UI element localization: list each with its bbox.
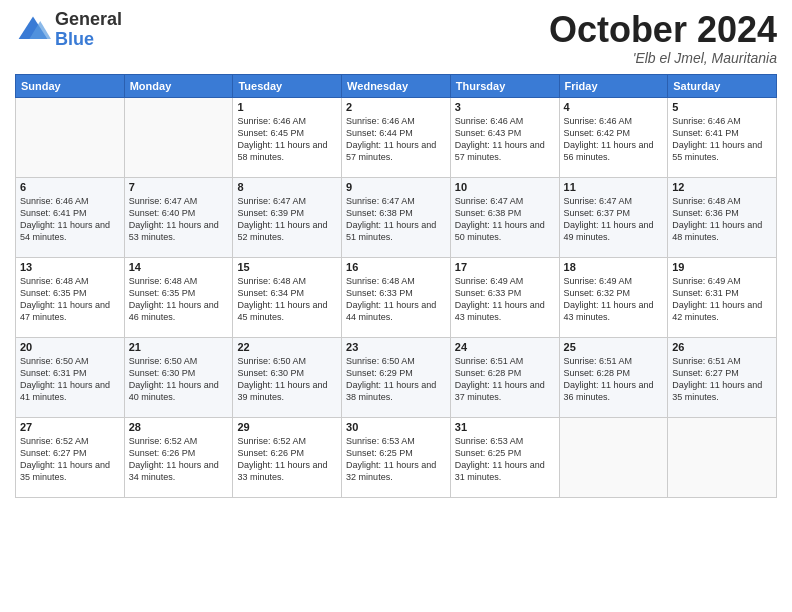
- col-header-friday: Friday: [559, 74, 668, 97]
- day-info: Sunrise: 6:49 AM Sunset: 6:33 PM Dayligh…: [455, 275, 555, 324]
- day-info: Sunrise: 6:46 AM Sunset: 6:41 PM Dayligh…: [672, 115, 772, 164]
- col-header-sunday: Sunday: [16, 74, 125, 97]
- day-info: Sunrise: 6:50 AM Sunset: 6:31 PM Dayligh…: [20, 355, 120, 404]
- day-info: Sunrise: 6:48 AM Sunset: 6:35 PM Dayligh…: [20, 275, 120, 324]
- calendar-cell: 3Sunrise: 6:46 AM Sunset: 6:43 PM Daylig…: [450, 97, 559, 177]
- day-number: 9: [346, 181, 446, 193]
- day-info: Sunrise: 6:47 AM Sunset: 6:39 PM Dayligh…: [237, 195, 337, 244]
- calendar-cell: 4Sunrise: 6:46 AM Sunset: 6:42 PM Daylig…: [559, 97, 668, 177]
- calendar-table: SundayMondayTuesdayWednesdayThursdayFrid…: [15, 74, 777, 498]
- page: General Blue October 2024 'Elb el Jmel, …: [0, 0, 792, 612]
- col-header-thursday: Thursday: [450, 74, 559, 97]
- calendar-cell: [559, 417, 668, 497]
- calendar-cell: 23Sunrise: 6:50 AM Sunset: 6:29 PM Dayli…: [342, 337, 451, 417]
- day-number: 21: [129, 341, 229, 353]
- calendar-cell: 20Sunrise: 6:50 AM Sunset: 6:31 PM Dayli…: [16, 337, 125, 417]
- logo-icon: [15, 12, 51, 48]
- day-info: Sunrise: 6:46 AM Sunset: 6:42 PM Dayligh…: [564, 115, 664, 164]
- day-info: Sunrise: 6:48 AM Sunset: 6:34 PM Dayligh…: [237, 275, 337, 324]
- calendar-cell: 15Sunrise: 6:48 AM Sunset: 6:34 PM Dayli…: [233, 257, 342, 337]
- day-info: Sunrise: 6:50 AM Sunset: 6:30 PM Dayligh…: [237, 355, 337, 404]
- day-info: Sunrise: 6:48 AM Sunset: 6:35 PM Dayligh…: [129, 275, 229, 324]
- calendar-cell: [16, 97, 125, 177]
- calendar-cell: 22Sunrise: 6:50 AM Sunset: 6:30 PM Dayli…: [233, 337, 342, 417]
- day-number: 14: [129, 261, 229, 273]
- calendar-cell: 5Sunrise: 6:46 AM Sunset: 6:41 PM Daylig…: [668, 97, 777, 177]
- day-number: 11: [564, 181, 664, 193]
- day-number: 22: [237, 341, 337, 353]
- calendar-cell: 24Sunrise: 6:51 AM Sunset: 6:28 PM Dayli…: [450, 337, 559, 417]
- day-info: Sunrise: 6:51 AM Sunset: 6:27 PM Dayligh…: [672, 355, 772, 404]
- calendar-week-4: 20Sunrise: 6:50 AM Sunset: 6:31 PM Dayli…: [16, 337, 777, 417]
- day-number: 26: [672, 341, 772, 353]
- calendar-week-3: 13Sunrise: 6:48 AM Sunset: 6:35 PM Dayli…: [16, 257, 777, 337]
- day-number: 3: [455, 101, 555, 113]
- day-info: Sunrise: 6:47 AM Sunset: 6:38 PM Dayligh…: [455, 195, 555, 244]
- day-info: Sunrise: 6:52 AM Sunset: 6:26 PM Dayligh…: [129, 435, 229, 484]
- col-header-wednesday: Wednesday: [342, 74, 451, 97]
- day-info: Sunrise: 6:46 AM Sunset: 6:44 PM Dayligh…: [346, 115, 446, 164]
- calendar-cell: 31Sunrise: 6:53 AM Sunset: 6:25 PM Dayli…: [450, 417, 559, 497]
- day-number: 27: [20, 421, 120, 433]
- day-info: Sunrise: 6:46 AM Sunset: 6:41 PM Dayligh…: [20, 195, 120, 244]
- col-header-tuesday: Tuesday: [233, 74, 342, 97]
- calendar-cell: 19Sunrise: 6:49 AM Sunset: 6:31 PM Dayli…: [668, 257, 777, 337]
- calendar-cell: 28Sunrise: 6:52 AM Sunset: 6:26 PM Dayli…: [124, 417, 233, 497]
- day-number: 6: [20, 181, 120, 193]
- day-info: Sunrise: 6:48 AM Sunset: 6:33 PM Dayligh…: [346, 275, 446, 324]
- calendar-week-1: 1Sunrise: 6:46 AM Sunset: 6:45 PM Daylig…: [16, 97, 777, 177]
- calendar-cell: 18Sunrise: 6:49 AM Sunset: 6:32 PM Dayli…: [559, 257, 668, 337]
- day-number: 25: [564, 341, 664, 353]
- day-number: 20: [20, 341, 120, 353]
- day-number: 28: [129, 421, 229, 433]
- day-info: Sunrise: 6:52 AM Sunset: 6:26 PM Dayligh…: [237, 435, 337, 484]
- day-number: 16: [346, 261, 446, 273]
- day-info: Sunrise: 6:48 AM Sunset: 6:36 PM Dayligh…: [672, 195, 772, 244]
- day-number: 2: [346, 101, 446, 113]
- day-info: Sunrise: 6:50 AM Sunset: 6:29 PM Dayligh…: [346, 355, 446, 404]
- day-number: 12: [672, 181, 772, 193]
- calendar-cell: 25Sunrise: 6:51 AM Sunset: 6:28 PM Dayli…: [559, 337, 668, 417]
- calendar-cell: 8Sunrise: 6:47 AM Sunset: 6:39 PM Daylig…: [233, 177, 342, 257]
- calendar-cell: 7Sunrise: 6:47 AM Sunset: 6:40 PM Daylig…: [124, 177, 233, 257]
- day-info: Sunrise: 6:46 AM Sunset: 6:45 PM Dayligh…: [237, 115, 337, 164]
- day-info: Sunrise: 6:47 AM Sunset: 6:38 PM Dayligh…: [346, 195, 446, 244]
- calendar-cell: 30Sunrise: 6:53 AM Sunset: 6:25 PM Dayli…: [342, 417, 451, 497]
- day-info: Sunrise: 6:49 AM Sunset: 6:32 PM Dayligh…: [564, 275, 664, 324]
- calendar-header-row: SundayMondayTuesdayWednesdayThursdayFrid…: [16, 74, 777, 97]
- calendar-cell: 17Sunrise: 6:49 AM Sunset: 6:33 PM Dayli…: [450, 257, 559, 337]
- day-number: 31: [455, 421, 555, 433]
- day-number: 24: [455, 341, 555, 353]
- col-header-saturday: Saturday: [668, 74, 777, 97]
- day-number: 23: [346, 341, 446, 353]
- day-info: Sunrise: 6:47 AM Sunset: 6:37 PM Dayligh…: [564, 195, 664, 244]
- calendar-cell: 9Sunrise: 6:47 AM Sunset: 6:38 PM Daylig…: [342, 177, 451, 257]
- calendar-cell: [124, 97, 233, 177]
- day-info: Sunrise: 6:50 AM Sunset: 6:30 PM Dayligh…: [129, 355, 229, 404]
- day-info: Sunrise: 6:49 AM Sunset: 6:31 PM Dayligh…: [672, 275, 772, 324]
- calendar-cell: 12Sunrise: 6:48 AM Sunset: 6:36 PM Dayli…: [668, 177, 777, 257]
- day-number: 10: [455, 181, 555, 193]
- calendar-week-2: 6Sunrise: 6:46 AM Sunset: 6:41 PM Daylig…: [16, 177, 777, 257]
- calendar-cell: 6Sunrise: 6:46 AM Sunset: 6:41 PM Daylig…: [16, 177, 125, 257]
- day-number: 29: [237, 421, 337, 433]
- calendar-cell: 21Sunrise: 6:50 AM Sunset: 6:30 PM Dayli…: [124, 337, 233, 417]
- location: 'Elb el Jmel, Mauritania: [549, 50, 777, 66]
- day-number: 4: [564, 101, 664, 113]
- day-number: 1: [237, 101, 337, 113]
- day-info: Sunrise: 6:52 AM Sunset: 6:27 PM Dayligh…: [20, 435, 120, 484]
- calendar-cell: 2Sunrise: 6:46 AM Sunset: 6:44 PM Daylig…: [342, 97, 451, 177]
- day-number: 19: [672, 261, 772, 273]
- col-header-monday: Monday: [124, 74, 233, 97]
- day-number: 18: [564, 261, 664, 273]
- calendar-cell: 27Sunrise: 6:52 AM Sunset: 6:27 PM Dayli…: [16, 417, 125, 497]
- day-number: 30: [346, 421, 446, 433]
- calendar-cell: 26Sunrise: 6:51 AM Sunset: 6:27 PM Dayli…: [668, 337, 777, 417]
- logo-blue: Blue: [55, 29, 94, 49]
- day-info: Sunrise: 6:53 AM Sunset: 6:25 PM Dayligh…: [455, 435, 555, 484]
- day-number: 13: [20, 261, 120, 273]
- day-number: 5: [672, 101, 772, 113]
- logo-text: General Blue: [55, 10, 122, 50]
- header: General Blue October 2024 'Elb el Jmel, …: [15, 10, 777, 66]
- calendar-cell: 13Sunrise: 6:48 AM Sunset: 6:35 PM Dayli…: [16, 257, 125, 337]
